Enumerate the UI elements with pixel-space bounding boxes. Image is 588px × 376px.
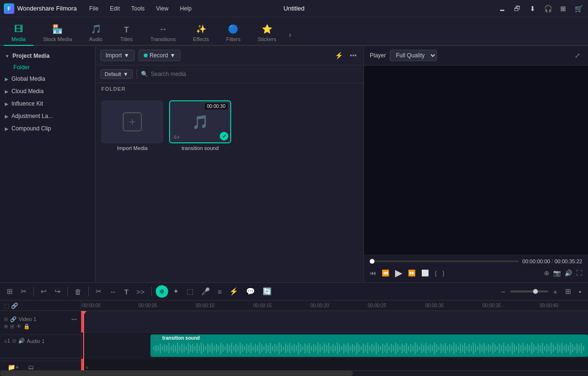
video-add-icon[interactable]: ⊕ <box>4 323 8 330</box>
add-to-timeline-button[interactable]: ⊕ <box>544 269 549 277</box>
sidebar-item-influence-kit[interactable]: ▶ Influence Kit <box>0 97 95 110</box>
svg-rect-5 <box>164 344 165 352</box>
snap-button[interactable]: ⊕ <box>156 285 168 298</box>
audio-track-row: 🎵 transition sound <box>81 333 588 359</box>
step-back-button[interactable]: ⏪ <box>382 269 389 277</box>
zoom-out-button[interactable]: − <box>498 286 508 297</box>
svg-rect-21 <box>199 345 200 351</box>
tab-titles[interactable]: T Titles <box>112 22 141 46</box>
ruler-mark-4: 00:00:20 <box>310 303 329 308</box>
video-track-link-button[interactable]: 🔗 <box>10 316 17 322</box>
video-track-more-button[interactable]: ••• <box>71 316 77 322</box>
svg-rect-19 <box>194 346 195 351</box>
tab-transitions[interactable]: ↔ Transitions <box>143 21 183 46</box>
menu-view[interactable]: View <box>151 3 173 14</box>
zoom-track[interactable] <box>510 290 548 292</box>
timeline-tool-2[interactable]: 🔗 <box>11 302 18 309</box>
blade-tool-button[interactable]: ✂ <box>18 286 30 297</box>
more-timeline-button[interactable]: • <box>576 286 584 297</box>
timeline-tool-1[interactable]: ⬚ <box>4 302 9 309</box>
svg-rect-127 <box>428 346 428 351</box>
svg-rect-135 <box>445 343 446 354</box>
sidebar-item-adjustment-la[interactable]: ▶ Adjustment La... <box>0 110 95 122</box>
delete-button[interactable]: 🗑 <box>72 286 85 297</box>
text-button[interactable]: T <box>121 286 131 297</box>
sidebar-item-cloud-media[interactable]: ▶ Cloud Media <box>0 85 95 97</box>
rewind-button[interactable]: ⏮ <box>370 269 376 277</box>
sidebar-item-compound-clip[interactable]: ▶ Compound Clip <box>0 122 95 135</box>
play-button[interactable]: ▶ <box>395 267 402 279</box>
redo-button[interactable]: ↪ <box>52 286 64 297</box>
cart-icon[interactable]: 🛒 <box>573 3 584 14</box>
sidebar-item-project-media[interactable]: ▼ Project Media <box>0 50 95 62</box>
svg-rect-77 <box>320 344 321 352</box>
record-button[interactable]: Record ▼ <box>139 50 181 61</box>
maximize-icon[interactable]: 🗗 <box>512 3 523 14</box>
playhead[interactable] <box>83 311 84 370</box>
video-lock-icon[interactable]: 🔒 <box>23 323 30 330</box>
tab-audio[interactable]: 🎵 Audio <box>82 20 110 46</box>
tab-filters[interactable]: 🔵 Filters <box>218 20 248 46</box>
ripple-button[interactable]: ✦ <box>170 286 182 297</box>
mark-in-button[interactable]: { <box>435 269 437 277</box>
svg-rect-81 <box>328 343 329 354</box>
quality-select[interactable]: Full Quality 1/2 Quality 1/4 Quality <box>390 50 437 61</box>
more-options-icon[interactable]: ••• <box>348 51 359 60</box>
view-options-button[interactable]: ⊞ <box>562 286 574 297</box>
cut-button[interactable]: ✂ <box>93 286 105 297</box>
video-eye-icon[interactable]: 👁 <box>16 323 21 330</box>
download-icon[interactable]: ⬇ <box>527 3 538 14</box>
replace-button[interactable]: 🔄 <box>260 286 275 297</box>
audio-track-vol-button[interactable]: 🔊 <box>18 338 25 344</box>
tabs-more-button[interactable]: › <box>286 27 294 43</box>
svg-rect-0 <box>153 347 154 350</box>
media-duration: 00:00:30 <box>205 103 227 109</box>
mic-button[interactable]: 🎤 <box>198 286 213 297</box>
undo-button[interactable]: ↩ <box>38 286 50 297</box>
progress-bar[interactable]: 00:00:00:00 / 00:00:35:22 <box>370 258 582 264</box>
default-dropdown[interactable]: Default ▼ <box>100 69 133 79</box>
speed-button[interactable]: >> <box>133 286 148 297</box>
split-view-button[interactable]: ⊞ <box>4 286 16 297</box>
crop-button-2[interactable]: ⬚ <box>184 286 196 297</box>
mark-out-button[interactable]: } <box>442 269 444 277</box>
search-input[interactable] <box>151 71 359 77</box>
audio-track-link-button[interactable]: ⊞ <box>12 338 16 344</box>
tab-stickers[interactable]: ⭐ Stickers <box>250 20 284 46</box>
audio-stretch-button[interactable]: ↔ <box>107 286 119 297</box>
video-split-icon[interactable]: ⊞ <box>10 323 14 330</box>
fullscreen-icon[interactable]: ⤢ <box>573 51 582 60</box>
tab-stock-media[interactable]: 🏪 Stock Media <box>35 20 80 46</box>
fullscreen-button[interactable]: ⛶ <box>576 269 582 277</box>
menu-file[interactable]: File <box>85 3 103 14</box>
menu-tools[interactable]: Tools <box>127 3 150 14</box>
svg-rect-181 <box>544 346 545 351</box>
audio-clip[interactable]: 🎵 transition sound <box>150 334 588 357</box>
speech-to-text-button[interactable]: 💬 <box>243 286 258 297</box>
snapshot-button[interactable]: 📷 <box>553 269 561 277</box>
zoom-in-button[interactable]: + <box>550 286 560 297</box>
minimize-icon[interactable]: 🗕 <box>496 3 508 14</box>
volume-button[interactable]: 🔊 <box>565 269 572 277</box>
music-note-icon: 🎵 <box>192 114 209 130</box>
filter-icon[interactable]: ⚡ <box>333 51 345 60</box>
media-item-transition-sound[interactable]: 00:00:30 🎵 ♫♪ ✓ transition sound <box>169 100 231 151</box>
menu-help[interactable]: Help <box>175 3 197 14</box>
svg-rect-94 <box>356 343 357 354</box>
headphone-icon[interactable]: 🎧 <box>542 3 554 14</box>
step-forward-button[interactable]: ⏩ <box>408 269 416 277</box>
svg-rect-113 <box>397 344 398 352</box>
sidebar-item-global-media[interactable]: ▶ Global Media <box>0 73 95 85</box>
tab-effects[interactable]: ✨ Effects <box>185 20 216 46</box>
tab-media[interactable]: 🎞 Media <box>4 21 33 46</box>
motion-button[interactable]: ⚡ <box>226 286 241 297</box>
grid-icon[interactable]: ⊞ <box>557 3 569 14</box>
svg-rect-138 <box>451 345 452 351</box>
track-order-button[interactable]: ≡ <box>215 286 225 297</box>
menu-edit[interactable]: Edit <box>105 3 125 14</box>
sidebar-item-folder[interactable]: Folder <box>0 62 95 73</box>
video-track-add-button[interactable]: ⊞ <box>4 316 8 322</box>
import-dropdown[interactable]: Import ▼ <box>100 50 135 61</box>
crop-button[interactable]: ⬜ <box>421 269 429 277</box>
import-media-item[interactable]: + Import Media <box>101 100 163 151</box>
